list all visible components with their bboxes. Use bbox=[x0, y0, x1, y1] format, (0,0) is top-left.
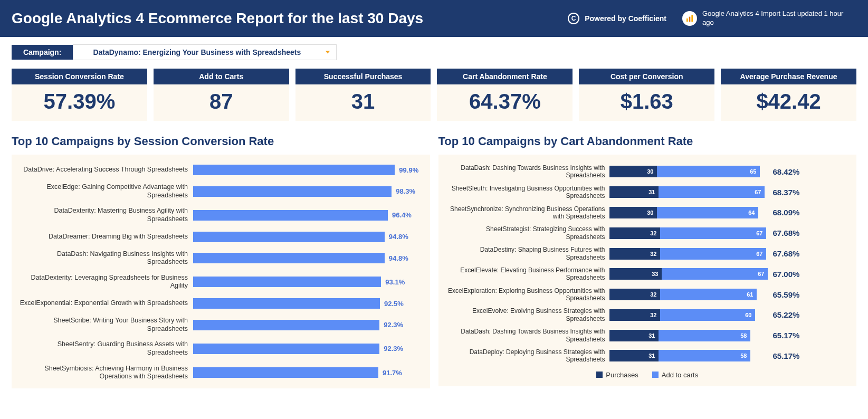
filter-row: Campaign: DataDynamo: Energizing Your Bu… bbox=[0, 37, 868, 63]
chart-row: ExcelExponential: Exponential Growth wit… bbox=[19, 298, 423, 309]
chart-segment-purchases: 32 bbox=[609, 248, 660, 260]
chart-segment-addtocarts: 67 bbox=[662, 268, 768, 280]
chart-bar: 3158 bbox=[609, 330, 768, 341]
chart-segment-addtocarts: 67 bbox=[660, 248, 766, 260]
chart-row: DataDash: Navigating Business Insights w… bbox=[19, 250, 423, 266]
chart-title-left: Top 10 Campaigns by Session Conversion R… bbox=[12, 131, 430, 155]
kpi-card: Average Purchase Revenue$42.42 bbox=[721, 69, 856, 121]
powered-by-label: Powered by Coefficient bbox=[585, 14, 666, 23]
chart-segment-addtocarts: 64 bbox=[657, 207, 758, 218]
chart-value-label: 68.42% bbox=[773, 167, 800, 176]
import-status-text: Google Analytics 4 Import Last updated 1… bbox=[702, 9, 856, 27]
page-title: Google Analytics 4 Ecommerce Report for … bbox=[12, 10, 568, 27]
chart-value-label: 65.22% bbox=[773, 310, 800, 319]
chart-row-label: DataDeploy: Deploying Business Strategie… bbox=[446, 348, 609, 364]
page-header: Google Analytics 4 Ecommerce Report for … bbox=[0, 0, 868, 37]
chart-row: ExcelExploration: Exploring Business Opp… bbox=[446, 287, 850, 302]
chart-row-label: DataDash: Dashing Towards Business Insig… bbox=[446, 164, 609, 179]
chart-bar: 92.3% bbox=[193, 319, 423, 331]
chart-row-label: DataDexterity: Mastering Business Agilit… bbox=[19, 207, 193, 223]
chart-value-label: 94.8% bbox=[389, 254, 408, 262]
chart-value-label: 93.1% bbox=[385, 278, 405, 286]
kpi-value: 87 bbox=[154, 84, 289, 121]
campaign-filter-dropdown[interactable]: DataDynamo: Energizing Your Business wit… bbox=[73, 44, 337, 60]
chart-row-label: ExcelElevate: Elevating Business Perform… bbox=[446, 266, 609, 282]
kpi-label: Session Conversion Rate bbox=[12, 69, 147, 84]
import-status: Google Analytics 4 Import Last updated 1… bbox=[682, 9, 856, 27]
chart-row: DataDash: Dashing Towards Business Insig… bbox=[446, 328, 850, 343]
chart-value-label: 67.68% bbox=[773, 228, 800, 237]
kpi-label: Cost per Conversion bbox=[579, 69, 714, 84]
kpi-card: Cart Abandonment Rate64.37% bbox=[437, 69, 573, 121]
chart-row: DataDrive: Accelerating Success Through … bbox=[19, 164, 423, 176]
chart-body-right: DataDash: Dashing Towards Business Insig… bbox=[438, 155, 857, 386]
chart-row-label: DataDrive: Accelerating Success Through … bbox=[19, 166, 193, 174]
chart-row-label: DataDash: Dashing Towards Business Insig… bbox=[446, 328, 609, 343]
chart-bar: 3167 bbox=[609, 186, 768, 198]
chart-value-label: 67.00% bbox=[773, 270, 800, 279]
chart-segment-purchases: 31 bbox=[609, 186, 659, 198]
chart-row: SheetSentry: Guarding Business Assets wi… bbox=[19, 340, 423, 357]
chart-row-label: DataDreamer: Dreaming Big with Spreadshe… bbox=[19, 233, 193, 241]
chart-value-label: 65.17% bbox=[773, 331, 800, 340]
chart-segment-purchases: 30 bbox=[609, 166, 657, 177]
chart-bar: 92.3% bbox=[193, 343, 423, 355]
chart-segment-purchases: 31 bbox=[609, 350, 659, 361]
chart-row-label: SheetSymbiosis: Achieving Harmony in Bus… bbox=[19, 365, 193, 381]
chart-bar: 91.7% bbox=[193, 367, 423, 378]
coefficient-icon: C bbox=[568, 13, 579, 24]
chart-row: ExcelEvolve: Evolving Business Strategie… bbox=[446, 307, 850, 322]
chart-row: SheetSleuth: Investigating Business Oppo… bbox=[446, 185, 850, 200]
kpi-value: $42.42 bbox=[721, 84, 856, 121]
ga-icon bbox=[682, 11, 697, 26]
chart-value-label: 92.3% bbox=[384, 321, 403, 329]
chart-bar: 3267 bbox=[609, 248, 768, 260]
chart-bar: 3367 bbox=[609, 268, 768, 280]
kpi-card: Successful Purchases31 bbox=[295, 69, 431, 121]
chart-value-label: 94.8% bbox=[389, 233, 408, 241]
chart-segment-purchases: 31 bbox=[609, 330, 659, 341]
chart-bar: 98.3% bbox=[193, 186, 423, 197]
chart-value-label: 91.7% bbox=[383, 369, 402, 377]
svg-rect-1 bbox=[689, 17, 691, 22]
legend-item-addtocarts: Add to carts bbox=[652, 371, 698, 379]
chart-row-label: ExcelEdge: Gaining Competitive Advantage… bbox=[19, 183, 193, 199]
chart-segment-purchases: 32 bbox=[609, 227, 660, 239]
chart-segment-addtocarts: 58 bbox=[659, 350, 750, 361]
chart-segment-addtocarts: 58 bbox=[659, 330, 750, 341]
chart-bar: 93.1% bbox=[193, 276, 423, 288]
chart-row-label: DataDestiny: Shaping Business Futures wi… bbox=[446, 246, 609, 261]
chart-legend: PurchasesAdd to carts bbox=[446, 371, 850, 379]
chart-value-label: 92.3% bbox=[384, 345, 403, 353]
chart-row: DataDash: Dashing Towards Business Insig… bbox=[446, 164, 850, 179]
chart-bar: 3158 bbox=[609, 350, 768, 361]
chart-bar: 92.5% bbox=[193, 298, 423, 309]
chart-segment-purchases: 30 bbox=[609, 207, 657, 218]
chart-bar: 94.8% bbox=[193, 252, 423, 264]
chart-segment-addtocarts: 67 bbox=[659, 186, 765, 198]
chart-row: DataDestiny: Shaping Business Futures wi… bbox=[446, 246, 850, 261]
chart-value-label: 67.68% bbox=[773, 249, 800, 258]
chart-row: SheetSynchronize: Synchronizing Business… bbox=[446, 205, 850, 221]
chart-row-label: SheetScribe: Writing Your Business Story… bbox=[19, 317, 193, 333]
chart-row: DataDexterity: Leveraging Spreadsheets f… bbox=[19, 274, 423, 290]
chart-segment-purchases: 33 bbox=[609, 268, 662, 280]
kpi-row: Session Conversion Rate57.39%Add to Cart… bbox=[0, 63, 868, 131]
chart-row-label: SheetSynchronize: Synchronizing Business… bbox=[446, 205, 609, 221]
powered-by: C Powered by Coefficient bbox=[568, 13, 666, 24]
kpi-card: Cost per Conversion$1.63 bbox=[579, 69, 714, 121]
kpi-card: Session Conversion Rate57.39% bbox=[12, 69, 147, 121]
chart-bar: 99.9% bbox=[193, 164, 423, 176]
chart-row: DataDreamer: Dreaming Big with Spreadshe… bbox=[19, 231, 423, 243]
chart-segment-purchases: 32 bbox=[609, 289, 660, 300]
chart-row: ExcelElevate: Elevating Business Perform… bbox=[446, 266, 850, 282]
legend-item-purchases: Purchases bbox=[596, 371, 638, 379]
chart-row: DataDeploy: Deploying Business Strategie… bbox=[446, 348, 850, 364]
chart-segment-purchases: 32 bbox=[609, 309, 660, 321]
kpi-value: 64.37% bbox=[437, 84, 573, 121]
chart-value-label: 99.9% bbox=[399, 166, 418, 174]
chart-row: SheetStrategist: Strategizing Success wi… bbox=[446, 225, 850, 241]
chart-value-label: 68.09% bbox=[773, 208, 800, 217]
kpi-value: 31 bbox=[295, 84, 431, 121]
chart-segment-addtocarts: 61 bbox=[660, 289, 757, 300]
